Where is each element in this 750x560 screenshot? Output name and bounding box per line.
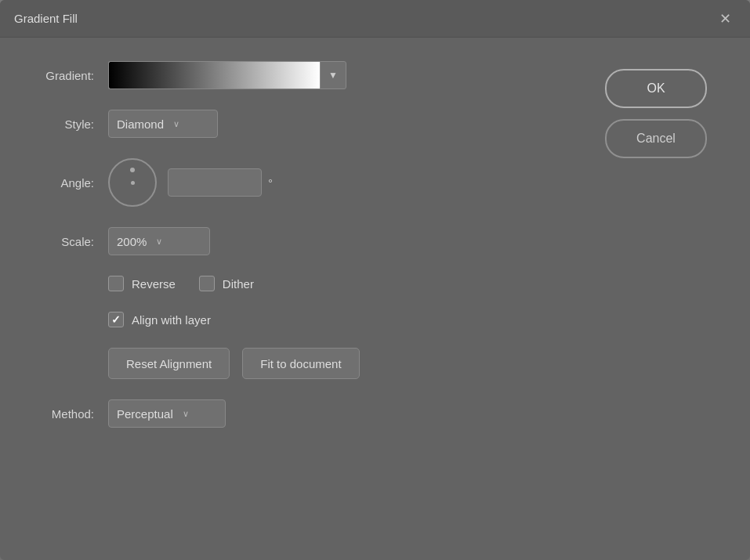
method-row: Method: Perceptual ∨ [31,399,531,428]
method-label: Method: [31,407,94,421]
gradient-row: Gradient: ▼ [31,61,531,89]
gradient-fill-dialog: Gradient Fill ✕ Gradient: ▼ Style: Diamo… [0,0,750,560]
scale-value: 200% [117,235,147,248]
align-checkbox-item[interactable]: ✓ Align with layer [108,312,531,327]
style-label: Style: [31,117,94,131]
method-arrow: ∨ [183,409,189,419]
reverse-checkbox[interactable] [108,276,124,291]
angle-dial[interactable] [108,158,157,207]
dither-checkbox-item[interactable]: Dither [199,276,254,291]
angle-label: Angle: [31,176,94,190]
gradient-label: Gradient: [31,69,94,82]
dial-center-dot [131,181,135,185]
angle-input[interactable]: 90 [168,168,262,197]
dither-checkbox[interactable] [199,276,215,291]
scale-arrow: ∨ [156,237,162,247]
angle-row: Angle: 90 ° [31,158,531,207]
scale-dropdown[interactable]: 200% ∨ [108,227,210,255]
dither-label: Dither [223,277,254,291]
action-buttons-row: Reset Alignment Fit to document [108,348,531,379]
fit-to-document-button[interactable]: Fit to document [242,348,359,379]
title-bar: Gradient Fill ✕ [0,0,750,38]
style-value: Diamond [117,117,164,131]
form-area: Gradient: ▼ Style: Diamond ∨ Angle: [31,61,531,537]
checkboxes-row: Reverse Dither [108,276,531,291]
gradient-picker: ▼ [108,61,346,89]
style-arrow: ∨ [173,119,179,129]
style-dropdown[interactable]: Diamond ∨ [108,110,218,138]
scale-row: Scale: 200% ∨ [31,227,531,255]
scale-label: Scale: [31,235,94,248]
degree-symbol: ° [268,176,273,190]
gradient-dropdown-arrow: ▼ [328,70,338,81]
method-dropdown[interactable]: Perceptual ∨ [108,399,226,428]
dial-indicator [130,168,135,172]
dialog-title: Gradient Fill [14,12,78,25]
cancel-button[interactable]: Cancel [605,119,707,158]
gradient-dropdown-button[interactable]: ▼ [320,61,346,89]
dialog-content: Gradient: ▼ Style: Diamond ∨ Angle: [0,38,750,560]
align-row: ✓ Align with layer [108,312,531,327]
method-value: Perceptual [117,407,173,421]
reset-alignment-button[interactable]: Reset Alignment [108,348,230,379]
align-checkbox[interactable]: ✓ [108,312,124,327]
buttons-area: OK Cancel [593,61,719,537]
reverse-checkbox-item[interactable]: Reverse [108,276,176,291]
style-row: Style: Diamond ∨ [31,110,531,138]
gradient-preview[interactable] [108,61,320,89]
ok-button[interactable]: OK [605,69,707,108]
align-checkmark: ✓ [111,313,121,326]
reverse-label: Reverse [132,277,176,291]
align-label: Align with layer [132,313,211,327]
close-button[interactable]: ✕ [714,8,736,30]
